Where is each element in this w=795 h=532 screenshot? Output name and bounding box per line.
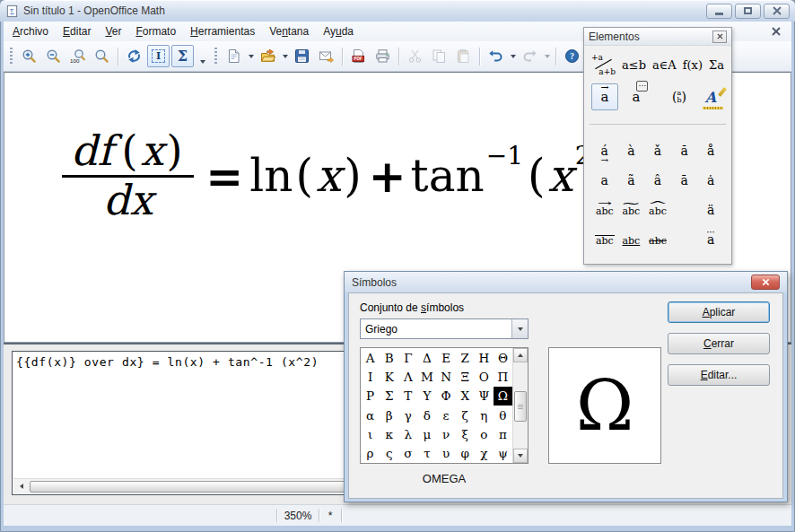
- symbol-cell-ζ[interactable]: ζ: [456, 406, 475, 424]
- elementos-close-button[interactable]: [712, 31, 727, 43]
- attr-grave[interactable]: à: [618, 132, 645, 161]
- cerrar-button[interactable]: Cerrar: [668, 333, 770, 354]
- symbol-cell-μ[interactable]: μ: [417, 424, 436, 443]
- zoom-button[interactable]: [91, 45, 113, 67]
- menu-editar[interactable]: Editar: [56, 22, 98, 40]
- close-document-button[interactable]: [770, 25, 782, 38]
- zoom-level[interactable]: 350%: [277, 510, 319, 522]
- zoom-in-button[interactable]: [18, 45, 40, 67]
- symbol-cell-Φ[interactable]: Φ: [437, 387, 456, 406]
- symbol-cell-ν[interactable]: ν: [437, 424, 456, 443]
- attr-underline[interactable]: abc: [618, 221, 645, 250]
- symbol-cell-χ[interactable]: χ: [475, 443, 494, 462]
- new-document-dropdown[interactable]: [246, 45, 256, 67]
- attr-breve[interactable]: ă: [671, 132, 698, 161]
- symbol-cell-β[interactable]: β: [380, 406, 398, 424]
- print-button[interactable]: [371, 45, 394, 67]
- unary-binary-operators-button[interactable]: +aa+b: [591, 54, 616, 75]
- menu-herramientas[interactable]: Herramientas: [183, 22, 262, 40]
- symbol-cell-ρ[interactable]: ρ: [361, 443, 380, 462]
- attr-tilde[interactable]: ã: [618, 161, 645, 191]
- help-button[interactable]: ?: [561, 45, 583, 67]
- symbol-cell-Θ[interactable]: Θ: [494, 348, 512, 367]
- symbol-set-dropdown-button[interactable]: [511, 319, 528, 338]
- scroll-up-button[interactable]: [513, 348, 528, 362]
- symbol-cell-λ[interactable]: λ: [398, 424, 417, 443]
- symbol-cell-Κ[interactable]: Κ: [380, 367, 398, 386]
- symbol-cell-Ε[interactable]: Ε: [437, 348, 456, 367]
- symbol-cell-ψ[interactable]: ψ: [494, 443, 512, 462]
- symbol-cell-Δ[interactable]: Δ: [417, 348, 436, 367]
- scroll-down-button[interactable]: [513, 449, 528, 463]
- symbol-cell-ς[interactable]: ς: [380, 443, 398, 462]
- symbol-cell-Ψ[interactable]: Ψ: [475, 387, 494, 406]
- zoom-out-button[interactable]: [42, 45, 65, 67]
- formula-cursor-button[interactable]: I: [147, 45, 170, 67]
- symbol-cell-θ[interactable]: θ: [494, 406, 512, 424]
- open-dropdown[interactable]: [280, 45, 290, 67]
- scroll-left-button[interactable]: [13, 479, 29, 493]
- symbol-cell-Α[interactable]: Α: [361, 348, 380, 367]
- attributes-button[interactable]: a: [591, 83, 618, 110]
- symbol-cell-π[interactable]: π: [494, 424, 512, 443]
- aplicar-button[interactable]: Aplicar: [668, 301, 770, 323]
- brackets-button[interactable]: (ab): [666, 83, 693, 110]
- toolbar-overflow-button[interactable]: [197, 45, 208, 67]
- symbol-cell-α[interactable]: α: [361, 406, 380, 424]
- symbol-set-select[interactable]: Griego: [360, 318, 529, 339]
- attr-triple-dot[interactable]: a: [697, 221, 724, 250]
- menu-formato[interactable]: Formato: [128, 22, 183, 40]
- symbol-cell-ι[interactable]: ι: [361, 424, 380, 443]
- symbol-cell-υ[interactable]: υ: [437, 443, 456, 462]
- menu-ver[interactable]: Ver: [98, 22, 128, 40]
- zoom-100-button[interactable]: 100: [66, 45, 89, 67]
- functions-button[interactable]: f(x): [683, 54, 703, 75]
- scrollbar-track[interactable]: [513, 362, 528, 449]
- symbol-cell-Μ[interactable]: Μ: [417, 367, 436, 386]
- set-operations-button[interactable]: a∈A: [652, 54, 677, 75]
- scrollbar-thumb[interactable]: [514, 391, 527, 422]
- undo-dropdown[interactable]: [508, 45, 518, 67]
- undo-button[interactable]: [485, 45, 507, 67]
- symbol-cell-Τ[interactable]: Τ: [398, 387, 417, 406]
- new-document-button[interactable]: [223, 45, 245, 67]
- symbol-cell-τ[interactable]: τ: [417, 443, 436, 462]
- operators-button[interactable]: Σa: [709, 54, 724, 75]
- symbol-cell-Η[interactable]: Η: [475, 348, 494, 367]
- symbol-cell-Λ[interactable]: Λ: [398, 367, 417, 386]
- document-as-email-button[interactable]: [315, 45, 337, 67]
- symbol-cell-Π[interactable]: Π: [494, 367, 512, 386]
- symbol-cell-ξ[interactable]: ξ: [456, 424, 475, 443]
- symbol-cell-κ[interactable]: κ: [380, 424, 398, 443]
- symbol-cell-Ζ[interactable]: Ζ: [456, 348, 475, 367]
- elementos-titlebar[interactable]: Elementos: [584, 28, 731, 46]
- close-button[interactable]: [764, 4, 790, 19]
- symbol-cell-Ι[interactable]: Ι: [361, 367, 380, 386]
- symbol-cell-φ[interactable]: φ: [456, 443, 475, 462]
- symbol-cell-γ[interactable]: γ: [398, 406, 417, 424]
- attr-circumflex[interactable]: â: [644, 161, 671, 191]
- attr-bar[interactable]: ā: [671, 161, 698, 191]
- symbol-cell-Ν[interactable]: Ν: [437, 367, 456, 386]
- attr-dot[interactable]: ȧ: [697, 161, 724, 191]
- symbol-cell-Γ[interactable]: Γ: [398, 348, 417, 367]
- symbol-cell-Ρ[interactable]: Ρ: [361, 387, 380, 406]
- menu-ayuda[interactable]: Ayuda: [316, 22, 361, 40]
- symbol-cell-σ[interactable]: σ: [398, 443, 417, 462]
- symbol-cell-Ω[interactable]: Ω: [494, 387, 512, 406]
- symbol-cell-η[interactable]: η: [475, 406, 494, 424]
- formats-button[interactable]: A: [697, 83, 724, 110]
- attr-circle[interactable]: å: [697, 132, 724, 161]
- menu-archivo[interactable]: Archivo: [5, 22, 56, 40]
- toolbar-grip[interactable]: [10, 48, 13, 65]
- symbol-cell-Β[interactable]: Β: [380, 348, 398, 367]
- attr-wide-vector[interactable]: abc: [591, 191, 618, 221]
- symbol-cell-ο[interactable]: ο: [475, 424, 494, 443]
- attr-strikethrough[interactable]: abc: [644, 221, 671, 250]
- attr-overline[interactable]: abc: [591, 221, 618, 250]
- attr-wide-tilde[interactable]: abc: [618, 191, 645, 221]
- symbol-cell-ε[interactable]: ε: [437, 406, 456, 424]
- menu-ventana[interactable]: Ventana: [262, 22, 316, 40]
- relations-button[interactable]: a≤b: [622, 54, 646, 75]
- export-pdf-button[interactable]: PDF: [347, 45, 370, 67]
